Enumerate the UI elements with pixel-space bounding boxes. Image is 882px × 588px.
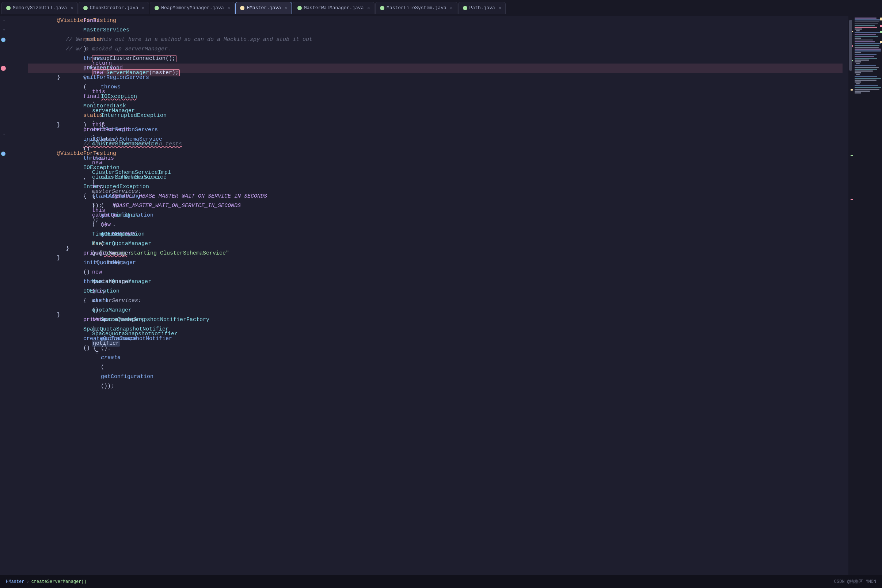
- code-line: // We put this out here in a method so c…: [28, 35, 843, 45]
- tab-hmaster[interactable]: HMaster.java ✕: [235, 2, 291, 14]
- line-number-gutter: ▾ ▾ ▾: [0, 16, 22, 575]
- breakpoint-blue2-icon[interactable]: [0, 150, 7, 157]
- code-line: quotaManager . start ();: [28, 291, 843, 301]
- minimap-marker: [880, 41, 882, 43]
- minimap-marker: [880, 18, 882, 21]
- code-line-highlighted: return new ServerManager(master);: [28, 63, 843, 73]
- status-source: CSDN @格格区 MMON: [834, 579, 876, 585]
- fold-icon[interactable]: ▾: [2, 18, 7, 23]
- tab-masterwalmanager[interactable]: MasterWalManager.java ✕: [293, 2, 374, 14]
- breadcrumb: HMaster › createServerManager(): [6, 579, 87, 584]
- tab-path[interactable]: Path.java ✕: [458, 2, 506, 14]
- breadcrumb-method: createServerManager(): [32, 579, 87, 584]
- breadcrumb-file: HMaster: [6, 579, 24, 584]
- tab-heapmemorymanager[interactable]: HeapMemoryManager.java ✕: [150, 2, 234, 14]
- code-line: MasterQuotaManager quotaManager = new Ma…: [28, 282, 843, 291]
- minimap-marker: [880, 25, 882, 27]
- editor-container: ▾ ▾ ▾: [0, 16, 882, 575]
- minimap-marker: [880, 31, 882, 33]
- fold-icon[interactable]: ▾: [2, 132, 7, 137]
- tab-memorysizeutil[interactable]: MemorySizeUtil.java ✕: [2, 2, 78, 14]
- right-gutter: [848, 16, 853, 575]
- code-editor[interactable]: @VisibleForTesting protected ServerManag…: [22, 16, 848, 575]
- code-line: protected ServerManager createServerMana…: [28, 26, 843, 35]
- status-bar: HMaster › createServerManager() CSDN @格格…: [0, 575, 882, 588]
- breakpoint-red-icon[interactable]: [0, 65, 7, 72]
- tab-masterfilesystem[interactable]: MasterFileSystem.java ✕: [375, 2, 457, 14]
- scrollbar-thumb[interactable]: [849, 20, 852, 71]
- tab-bar: MemorySizeUtil.java ✕ ChunkCreator.java …: [0, 0, 882, 16]
- code-line: @VisibleForTesting: [28, 16, 843, 26]
- breakpoint-icon[interactable]: [0, 36, 7, 43]
- code-line: SpaceQuotaSnapshotNotifierFactory . getI…: [28, 348, 843, 358]
- minimap: [853, 16, 882, 575]
- tab-chunkcreator[interactable]: ChunkCreator.java ✕: [78, 2, 149, 14]
- fold-icon[interactable]: ▾: [2, 28, 7, 33]
